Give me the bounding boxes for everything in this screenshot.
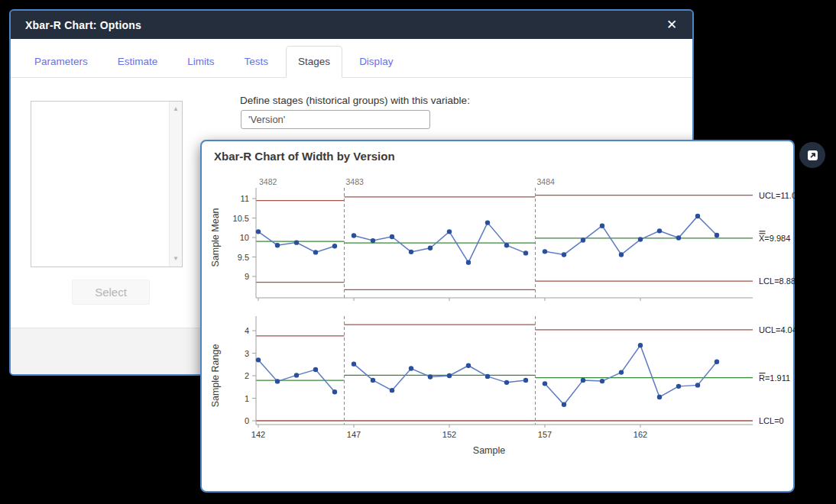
data-point [485,374,490,379]
data-point [638,237,643,241]
data-point [275,379,280,383]
data-point [523,378,528,383]
x-axis-title: Sample [473,445,505,456]
data-point [390,388,394,393]
data-point [294,240,299,244]
data-point [504,243,509,247]
chart-title: Xbar-R Chart of Width by Version [214,150,395,163]
data-point [332,389,337,394]
dialog-title: Xbar-R Chart: Options [25,19,141,31]
screen: Xbar-R Chart: Options ✕ ParametersEstima… [0,0,836,504]
stage-variable-input[interactable] [241,110,430,129]
data-point [695,383,700,387]
data-point [256,357,261,362]
tab-tests[interactable]: Tests [244,46,270,77]
data-point [714,233,719,237]
xbar-chart: 34823483348499.51010.511UCL=11.0863X=9.9… [210,177,795,301]
data-point [352,361,356,366]
data-point [581,378,585,383]
tab-stages[interactable]: Stages [286,46,342,78]
y-tick-label: 0 [245,416,249,425]
data-point [352,233,356,237]
data-line [354,364,526,391]
data-point [313,250,318,254]
data-point [371,378,375,383]
data-point [256,229,261,234]
dialog-title-bar[interactable]: Xbar-R Chart: Options ✕ [11,11,692,39]
y-tick-label: 4 [245,326,249,335]
data-point [409,366,413,370]
r-chart: 01234142147152157162UCL=4.04079R=1.911LC… [210,316,795,456]
scroll-down-icon[interactable]: ▼ [170,254,182,264]
data-point [619,252,624,257]
tab-display[interactable]: Display [358,46,394,77]
x-tick-label: 142 [251,430,265,439]
limit-label: X=9.984 [759,234,790,243]
tab-parameters[interactable]: Parameters [34,46,89,77]
variables-listbox[interactable]: ▲ ▼ [31,101,183,267]
y-axis-title: Sample Mean [210,208,221,267]
y-tick-label: 9 [245,272,249,281]
chart-window: Xbar-R Chart of Width by Version 3482348… [200,140,795,493]
data-point [600,379,604,383]
data-line [545,216,717,254]
control-charts-plot: 34823483348499.51010.511UCL=11.0863X=9.9… [200,140,795,493]
data-point [428,374,433,379]
y-axis-title: Sample Range [210,344,221,408]
x-tick-label: 162 [633,430,647,439]
select-button[interactable]: Select [72,279,150,305]
y-tick-label: 9.5 [238,253,249,262]
data-point [600,224,604,228]
data-point [466,260,471,264]
tab-estimate[interactable]: Estimate [117,46,159,77]
data-point [447,373,452,378]
x-tick-label: 147 [347,430,361,439]
y-tick-label: 3 [245,349,249,358]
x-tick-label: 157 [538,430,552,439]
stage-label: 3483 [346,177,365,186]
data-point [657,228,662,233]
data-point [676,384,681,389]
data-point [485,220,490,225]
data-point [332,244,337,248]
data-point [447,229,452,234]
x-tick-label: 152 [442,430,456,439]
data-point [638,343,643,347]
y-tick-label: 10.5 [233,214,249,223]
data-point [562,252,566,257]
stage-label: 3484 [537,177,556,186]
data-point [390,234,394,239]
y-tick-label: 10 [240,233,249,242]
data-point [619,370,624,374]
tab-limits[interactable]: Limits [186,46,215,77]
data-point [504,380,509,385]
listbox-scrollbar[interactable]: ▲ ▼ [169,102,182,267]
data-point [523,250,528,255]
y-tick-label: 2 [245,371,249,380]
close-button[interactable]: ✕ [660,14,683,37]
limit-label: R=1.911 [759,373,790,383]
data-point [676,235,681,240]
data-point [313,367,318,372]
data-point [543,249,547,254]
data-point [371,238,375,243]
scroll-up-icon[interactable]: ▲ [170,104,182,115]
y-tick-label: 1 [245,394,249,403]
data-point [562,402,566,407]
define-stages-label: Define stages (historical groups) with t… [240,95,470,106]
data-point [428,246,433,250]
limit-label: UCL=4.04079 [759,325,795,334]
data-point [294,373,299,377]
data-point [275,243,280,247]
open-in-new-window-button[interactable] [799,142,825,168]
limit-label: LCL=0 [759,416,784,425]
data-point [543,381,547,386]
open-in-new-icon [805,148,820,163]
data-point [466,363,471,368]
data-line [545,345,717,405]
limit-label: UCL=11.0863 [759,191,795,200]
data-point [409,250,413,254]
y-tick-label: 11 [241,194,249,203]
close-icon: ✕ [666,17,677,33]
tab-bar: ParametersEstimateLimitsTestsStagesDispl… [11,39,692,78]
